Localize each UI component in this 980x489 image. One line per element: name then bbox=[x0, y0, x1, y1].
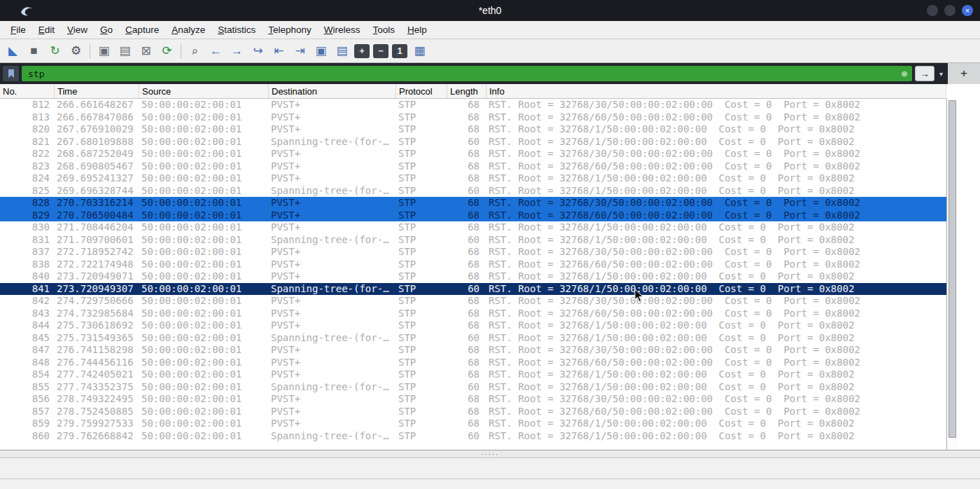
packet-row-829[interactable]: 829 270.706500484 50:00:00:02:00:01 PVST… bbox=[0, 209, 946, 222]
packet-row-844[interactable]: 844 275.730618692 50:00:00:02:00:01 PVST… bbox=[0, 319, 946, 332]
vertical-scrollbar[interactable] bbox=[946, 99, 957, 450]
cell-info: RST. Root = 32768/60/50:00:00:02:00:00 C… bbox=[486, 209, 946, 222]
menu-help[interactable]: Help bbox=[401, 22, 433, 37]
splitter-grip[interactable]: ····· bbox=[481, 453, 499, 455]
column-header-source[interactable]: Source bbox=[139, 84, 269, 98]
cell-time: 273.720949071 bbox=[55, 270, 139, 283]
packet-row-820[interactable]: 820 267.676910029 50:00:00:02:00:01 PVST… bbox=[0, 123, 946, 136]
cell-protocol: STP bbox=[396, 111, 447, 124]
maximize-button[interactable] bbox=[944, 5, 955, 16]
packet-row-843[interactable]: 843 274.732985684 50:00:00:02:00:01 PVST… bbox=[0, 308, 946, 320]
column-header-protocol[interactable]: Protocol bbox=[396, 84, 447, 98]
cell-destination: Spanning-tree-(for-… bbox=[269, 430, 396, 443]
last-packet-icon[interactable]: ⇥ bbox=[290, 42, 310, 60]
colorize-packets-icon[interactable]: ▤ bbox=[332, 42, 352, 60]
start-capture-icon[interactable]: ◣ bbox=[3, 42, 23, 60]
packet-row-845[interactable]: 845 275.731549365 50:00:00:02:00:01 Span… bbox=[0, 332, 946, 345]
cell-protocol: STP bbox=[396, 172, 447, 185]
menu-statistics[interactable]: Statistics bbox=[211, 22, 262, 37]
packet-row-812[interactable]: 812 266.661648267 50:00:00:02:00:01 PVST… bbox=[0, 99, 946, 111]
bookmark-icon[interactable] bbox=[3, 66, 19, 81]
packet-row-838[interactable]: 838 272.722174948 50:00:00:02:00:01 PVST… bbox=[0, 259, 946, 271]
menu-file[interactable]: File bbox=[4, 22, 32, 37]
packet-row-830[interactable]: 830 271.708446204 50:00:00:02:00:01 PVST… bbox=[0, 221, 946, 234]
packet-row-837[interactable]: 837 272.718952742 50:00:00:02:00:01 PVST… bbox=[0, 246, 946, 259]
menu-analyze[interactable]: Analyze bbox=[165, 22, 211, 37]
apply-filter-button[interactable]: → bbox=[915, 66, 934, 81]
stop-capture-icon[interactable]: ■ bbox=[24, 42, 44, 60]
first-packet-icon[interactable]: ⇤ bbox=[269, 42, 289, 60]
filter-input[interactable]: stp ⊗ bbox=[22, 66, 912, 81]
cell-destination: PVST+ bbox=[269, 295, 396, 308]
capture-options-icon[interactable]: ⚙ bbox=[66, 42, 86, 60]
cell-length: 68 bbox=[447, 160, 486, 173]
packet-row-854[interactable]: 854 277.742405021 50:00:00:02:00:01 PVST… bbox=[0, 369, 946, 381]
save-file-icon[interactable]: ▤ bbox=[115, 42, 135, 60]
packet-row-828[interactable]: 828 270.703316214 50:00:00:02:00:01 PVST… bbox=[0, 197, 946, 209]
packet-row-841[interactable]: 841 273.720949307 50:00:00:02:00:01 Span… bbox=[0, 283, 946, 296]
packet-row-848[interactable]: 848 276.744456116 50:00:00:02:00:01 PVST… bbox=[0, 357, 946, 369]
zoom-out-button[interactable]: − bbox=[373, 44, 388, 58]
filter-dropdown-caret-icon[interactable]: ▾ bbox=[937, 70, 945, 78]
menu-view[interactable]: View bbox=[61, 22, 94, 37]
column-header-destination[interactable]: Destination bbox=[269, 84, 396, 98]
cell-protocol: STP bbox=[396, 430, 447, 443]
packet-row-821[interactable]: 821 267.680109888 50:00:00:02:00:01 Span… bbox=[0, 136, 946, 149]
cell-length: 60 bbox=[447, 185, 486, 198]
previous-packet-icon[interactable]: ← bbox=[206, 42, 226, 60]
cell-length: 68 bbox=[447, 259, 486, 271]
packet-row-825[interactable]: 825 269.696328744 50:00:00:02:00:01 Span… bbox=[0, 185, 946, 198]
cell-protocol: STP bbox=[396, 185, 447, 198]
cell-source: 50:00:00:02:00:01 bbox=[139, 172, 269, 185]
close-button[interactable]: × bbox=[962, 5, 973, 16]
column-header-no[interactable]: No. bbox=[0, 84, 55, 98]
open-file-icon[interactable]: ▣ bbox=[94, 42, 114, 60]
cell-info: RST. Root = 32768/1/50:00:00:02:00:00 Co… bbox=[486, 319, 946, 332]
menu-tools[interactable]: Tools bbox=[367, 22, 402, 37]
packet-row-822[interactable]: 822 268.687252049 50:00:00:02:00:01 PVST… bbox=[0, 148, 946, 160]
auto-scroll-icon[interactable]: ▣ bbox=[311, 42, 331, 60]
packet-row-824[interactable]: 824 269.695241327 50:00:00:02:00:01 PVST… bbox=[0, 172, 946, 185]
minimize-button[interactable] bbox=[927, 5, 938, 16]
packet-row-859[interactable]: 859 279.759927533 50:00:00:02:00:01 PVST… bbox=[0, 418, 946, 430]
find-packet-icon[interactable]: ⌕ bbox=[185, 42, 205, 60]
packet-row-857[interactable]: 857 278.752450885 50:00:00:02:00:01 PVST… bbox=[0, 406, 946, 418]
packet-row-847[interactable]: 847 276.741158298 50:00:00:02:00:01 PVST… bbox=[0, 344, 946, 357]
cell-protocol: STP bbox=[396, 381, 447, 394]
next-packet-icon[interactable]: → bbox=[227, 42, 247, 60]
normal-size-button[interactable]: 1 bbox=[392, 44, 407, 58]
cell-info: RST. Root = 32768/60/50:00:00:02:00:00 C… bbox=[486, 160, 946, 173]
cell-source: 50:00:00:02:00:01 bbox=[139, 160, 269, 173]
scrollbar-thumb[interactable] bbox=[948, 100, 956, 438]
cell-info: RST. Root = 32768/1/50:00:00:02:00:00 Co… bbox=[486, 234, 946, 247]
packet-row-855[interactable]: 855 277.743352375 50:00:00:02:00:01 Span… bbox=[0, 381, 946, 394]
restart-capture-icon[interactable]: ↻ bbox=[45, 42, 65, 60]
clear-filter-icon[interactable]: ⊗ bbox=[902, 68, 907, 79]
zoom-in-button[interactable]: + bbox=[354, 44, 370, 58]
resize-columns-icon[interactable]: ▦ bbox=[410, 42, 430, 60]
packet-row-856[interactable]: 856 278.749322495 50:00:00:02:00:01 PVST… bbox=[0, 393, 946, 406]
add-filter-button[interactable]: + bbox=[960, 67, 967, 81]
packet-row-840[interactable]: 840 273.720949071 50:00:00:02:00:01 PVST… bbox=[0, 270, 946, 283]
cell-info: RST. Root = 32768/60/50:00:00:02:00:00 C… bbox=[486, 406, 946, 418]
packet-row-823[interactable]: 823 268.690805467 50:00:00:02:00:01 PVST… bbox=[0, 160, 946, 173]
goto-packet-icon[interactable]: ↪ bbox=[248, 42, 268, 60]
close-file-icon[interactable]: ⊠ bbox=[136, 42, 156, 60]
menu-capture[interactable]: Capture bbox=[119, 22, 165, 37]
packet-row-813[interactable]: 813 266.667847086 50:00:00:02:00:01 PVST… bbox=[0, 111, 946, 124]
packet-row-831[interactable]: 831 271.709700601 50:00:00:02:00:01 Span… bbox=[0, 234, 946, 247]
cell-length: 68 bbox=[447, 270, 486, 283]
menu-go[interactable]: Go bbox=[94, 22, 119, 37]
cell-length: 68 bbox=[447, 319, 486, 332]
column-header-length[interactable]: Length bbox=[447, 84, 486, 98]
reload-file-icon[interactable]: ⟳ bbox=[157, 42, 177, 60]
column-header-time[interactable]: Time bbox=[55, 84, 139, 98]
packet-row-842[interactable]: 842 274.729750666 50:00:00:02:00:01 PVST… bbox=[0, 295, 946, 308]
pane-splitter[interactable]: ····· bbox=[0, 450, 980, 458]
packet-row-860[interactable]: 860 279.762668842 50:00:00:02:00:01 Span… bbox=[0, 430, 946, 443]
filter-text: stp bbox=[28, 69, 44, 79]
menu-edit[interactable]: Edit bbox=[32, 22, 61, 37]
column-header-info[interactable]: Info bbox=[486, 84, 946, 98]
menu-wireless[interactable]: Wireless bbox=[318, 22, 367, 37]
menu-telephony[interactable]: Telephony bbox=[262, 22, 318, 37]
